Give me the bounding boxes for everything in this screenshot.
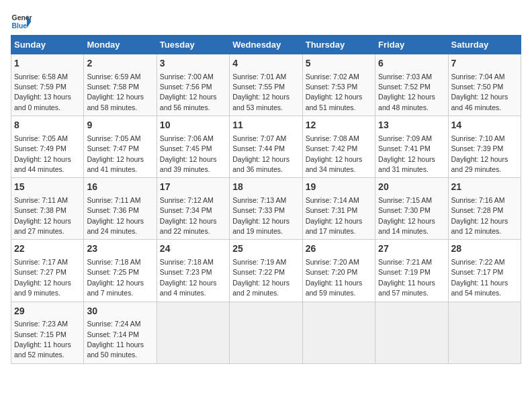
day-cell: 19Sunrise: 7:14 AMSunset: 7:31 PMDayligh… xyxy=(302,178,375,240)
day-number: 11 xyxy=(232,119,299,132)
day-number: 30 xyxy=(87,305,153,318)
day-info: Sunrise: 7:18 AMSunset: 7:25 PMDaylight:… xyxy=(87,258,144,297)
day-cell: 10Sunrise: 7:06 AMSunset: 7:45 PMDayligh… xyxy=(157,116,229,178)
day-info: Sunrise: 7:10 AMSunset: 7:39 PMDaylight:… xyxy=(451,134,508,173)
day-cell xyxy=(157,302,229,363)
day-number: 8 xyxy=(14,119,81,132)
day-number: 28 xyxy=(451,242,518,256)
col-header-tuesday: Tuesday xyxy=(157,36,229,54)
logo: General Blue xyxy=(11,11,32,32)
day-number: 18 xyxy=(232,181,299,194)
day-cell: 4Sunrise: 7:01 AMSunset: 7:55 PMDaylight… xyxy=(230,54,302,116)
day-number: 25 xyxy=(232,242,299,256)
day-cell: 5Sunrise: 7:02 AMSunset: 7:53 PMDaylight… xyxy=(302,54,375,116)
day-cell: 21Sunrise: 7:16 AMSunset: 7:28 PMDayligh… xyxy=(448,178,521,240)
day-number: 4 xyxy=(232,57,299,71)
day-cell xyxy=(230,302,302,363)
week-row-5: 22Sunrise: 7:17 AMSunset: 7:27 PMDayligh… xyxy=(11,240,521,302)
day-number: 13 xyxy=(378,119,445,132)
col-header-saturday: Saturday xyxy=(448,36,521,54)
day-info: Sunrise: 7:18 AMSunset: 7:23 PMDaylight:… xyxy=(160,258,217,297)
svg-text:Blue: Blue xyxy=(12,22,28,30)
day-cell: 20Sunrise: 7:15 AMSunset: 7:30 PMDayligh… xyxy=(375,178,448,240)
day-cell: 16Sunrise: 7:11 AMSunset: 7:36 PMDayligh… xyxy=(84,178,157,240)
week-row-6: 29Sunrise: 7:23 AMSunset: 7:15 PMDayligh… xyxy=(11,302,521,363)
day-cell: 3Sunrise: 7:00 AMSunset: 7:56 PMDaylight… xyxy=(157,54,229,116)
day-cell xyxy=(302,302,375,363)
calendar-table: SundayMondayTuesdayWednesdayThursdayFrid… xyxy=(11,35,521,364)
header: General Blue xyxy=(11,11,521,32)
day-cell: 6Sunrise: 7:03 AMSunset: 7:52 PMDaylight… xyxy=(375,54,448,116)
day-number: 22 xyxy=(14,242,81,256)
col-header-friday: Friday xyxy=(375,36,448,54)
day-cell: 27Sunrise: 7:21 AMSunset: 7:19 PMDayligh… xyxy=(375,240,448,302)
day-info: Sunrise: 7:15 AMSunset: 7:30 PMDaylight:… xyxy=(378,196,435,235)
day-number: 21 xyxy=(451,181,518,194)
day-cell xyxy=(375,302,448,363)
day-info: Sunrise: 7:02 AMSunset: 7:53 PMDaylight:… xyxy=(306,73,363,111)
day-info: Sunrise: 7:22 AMSunset: 7:17 PMDaylight:… xyxy=(451,258,508,297)
day-info: Sunrise: 7:09 AMSunset: 7:41 PMDaylight:… xyxy=(378,134,435,173)
day-cell: 30Sunrise: 7:24 AMSunset: 7:14 PMDayligh… xyxy=(84,302,157,363)
day-number: 26 xyxy=(306,242,372,256)
day-info: Sunrise: 7:08 AMSunset: 7:42 PMDaylight:… xyxy=(306,134,363,173)
day-cell: 29Sunrise: 7:23 AMSunset: 7:15 PMDayligh… xyxy=(11,302,84,363)
day-cell: 2Sunrise: 6:59 AMSunset: 7:58 PMDaylight… xyxy=(84,54,157,116)
day-info: Sunrise: 7:17 AMSunset: 7:27 PMDaylight:… xyxy=(14,258,71,297)
day-number: 16 xyxy=(87,181,153,194)
day-number: 9 xyxy=(87,119,153,132)
day-number: 12 xyxy=(306,119,372,132)
day-info: Sunrise: 7:07 AMSunset: 7:44 PMDaylight:… xyxy=(232,134,290,173)
day-cell: 25Sunrise: 7:19 AMSunset: 7:22 PMDayligh… xyxy=(230,240,302,302)
day-number: 23 xyxy=(87,242,153,256)
day-number: 2 xyxy=(87,57,153,71)
col-header-sunday: Sunday xyxy=(11,36,84,54)
day-cell: 8Sunrise: 7:05 AMSunset: 7:49 PMDaylight… xyxy=(11,116,84,178)
day-cell: 22Sunrise: 7:17 AMSunset: 7:27 PMDayligh… xyxy=(11,240,84,302)
col-header-thursday: Thursday xyxy=(302,36,375,54)
day-cell: 14Sunrise: 7:10 AMSunset: 7:39 PMDayligh… xyxy=(448,116,521,178)
day-info: Sunrise: 7:23 AMSunset: 7:15 PMDaylight:… xyxy=(14,320,71,359)
day-info: Sunrise: 7:13 AMSunset: 7:33 PMDaylight:… xyxy=(232,196,290,235)
day-number: 14 xyxy=(451,119,518,132)
day-info: Sunrise: 7:05 AMSunset: 7:49 PMDaylight:… xyxy=(14,134,71,173)
week-row-4: 15Sunrise: 7:11 AMSunset: 7:38 PMDayligh… xyxy=(11,178,521,240)
day-number: 10 xyxy=(160,119,226,132)
logo-icon: General Blue xyxy=(11,11,32,32)
day-cell: 1Sunrise: 6:58 AMSunset: 7:59 PMDaylight… xyxy=(11,54,84,116)
day-info: Sunrise: 7:11 AMSunset: 7:38 PMDaylight:… xyxy=(14,196,71,235)
week-row-2: 1Sunrise: 6:58 AMSunset: 7:59 PMDaylight… xyxy=(11,54,521,116)
day-cell: 7Sunrise: 7:04 AMSunset: 7:50 PMDaylight… xyxy=(448,54,521,116)
day-cell: 13Sunrise: 7:09 AMSunset: 7:41 PMDayligh… xyxy=(375,116,448,178)
day-number: 6 xyxy=(378,57,445,71)
day-info: Sunrise: 7:00 AMSunset: 7:56 PMDaylight:… xyxy=(160,73,217,111)
day-cell xyxy=(448,302,521,363)
day-info: Sunrise: 7:19 AMSunset: 7:22 PMDaylight:… xyxy=(232,258,290,297)
day-cell: 11Sunrise: 7:07 AMSunset: 7:44 PMDayligh… xyxy=(230,116,302,178)
day-number: 20 xyxy=(378,181,445,194)
day-info: Sunrise: 7:01 AMSunset: 7:55 PMDaylight:… xyxy=(232,73,290,111)
day-info: Sunrise: 6:58 AMSunset: 7:59 PMDaylight:… xyxy=(14,73,71,111)
day-info: Sunrise: 7:06 AMSunset: 7:45 PMDaylight:… xyxy=(160,134,217,173)
day-info: Sunrise: 7:11 AMSunset: 7:36 PMDaylight:… xyxy=(87,196,144,235)
day-number: 1 xyxy=(14,57,81,71)
day-cell: 17Sunrise: 7:12 AMSunset: 7:34 PMDayligh… xyxy=(157,178,229,240)
day-info: Sunrise: 7:04 AMSunset: 7:50 PMDaylight:… xyxy=(451,73,508,111)
col-header-wednesday: Wednesday xyxy=(230,36,302,54)
day-cell: 15Sunrise: 7:11 AMSunset: 7:38 PMDayligh… xyxy=(11,178,84,240)
day-cell: 12Sunrise: 7:08 AMSunset: 7:42 PMDayligh… xyxy=(302,116,375,178)
week-row-3: 8Sunrise: 7:05 AMSunset: 7:49 PMDaylight… xyxy=(11,116,521,178)
day-info: Sunrise: 7:16 AMSunset: 7:28 PMDaylight:… xyxy=(451,196,508,235)
day-number: 29 xyxy=(14,305,81,318)
col-header-monday: Monday xyxy=(84,36,157,54)
day-number: 15 xyxy=(14,181,81,194)
day-cell: 26Sunrise: 7:20 AMSunset: 7:20 PMDayligh… xyxy=(302,240,375,302)
day-info: Sunrise: 7:21 AMSunset: 7:19 PMDaylight:… xyxy=(378,258,435,297)
day-number: 5 xyxy=(306,57,372,71)
day-number: 7 xyxy=(451,57,518,71)
day-cell: 23Sunrise: 7:18 AMSunset: 7:25 PMDayligh… xyxy=(84,240,157,302)
day-number: 27 xyxy=(378,242,445,256)
day-number: 17 xyxy=(160,181,226,194)
day-number: 19 xyxy=(306,181,372,194)
day-number: 3 xyxy=(160,57,226,71)
